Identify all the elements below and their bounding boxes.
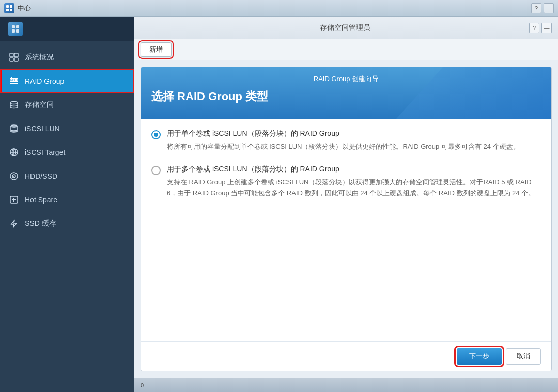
- sidebar-item-raid-group[interactable]: RAID Group: [0, 69, 134, 93]
- svg-rect-0: [6, 5, 9, 8]
- title-bar-text: 中心: [18, 4, 31, 13]
- disk-icon: [8, 170, 20, 182]
- main-layout: 系统概况 RAID Group: [0, 17, 558, 392]
- svg-rect-17: [16, 78, 17, 81]
- svg-rect-7: [16, 29, 19, 33]
- toolbar: 新增: [134, 39, 558, 60]
- app-help-button[interactable]: ?: [529, 23, 539, 33]
- svg-rect-9: [14, 53, 18, 57]
- minimize-button[interactable]: —: [544, 3, 554, 13]
- radio-option-single-volume[interactable]: 用于单个卷或 iSCSI LUN（段落分块）的 RAID Group 将所有可用…: [151, 129, 541, 152]
- svg-rect-1: [10, 5, 12, 8]
- radio-desc-multi-volume: 支持在 RAID Group 上创建多个卷或 iSCSI LUN（段落分块）以获…: [167, 177, 541, 199]
- header-controls: ? —: [529, 23, 552, 33]
- svg-rect-5: [16, 25, 19, 28]
- radio-content-multi-volume: 用于多个卷或 iSCSI LUN（段落分块）的 RAID Group 支持在 R…: [167, 165, 541, 199]
- storage-icon: [8, 99, 20, 111]
- title-bar-controls: ? —: [531, 3, 554, 13]
- sidebar-label-iscsi-lun: iSCSI LUN: [25, 124, 60, 133]
- svg-rect-14: [10, 83, 18, 84]
- dialog-wrapper: RAID Group 创建向导 选择 RAID Group 类型 用于单个卷或 …: [134, 60, 558, 378]
- svg-rect-11: [14, 58, 18, 61]
- sidebar-label-raid-group: RAID Group: [25, 77, 64, 85]
- sidebar-item-hot-spare[interactable]: Hot Spare: [0, 188, 134, 212]
- sidebar-item-hdd-ssd[interactable]: HDD/SSD: [0, 164, 134, 188]
- svg-rect-16: [13, 79, 14, 82]
- dialog-header: RAID Group 创建向导 选择 RAID Group 类型: [141, 67, 551, 119]
- add-button[interactable]: 新增: [141, 42, 172, 57]
- globe-icon: [8, 147, 20, 158]
- dialog-divider: [141, 337, 551, 337]
- svg-rect-4: [12, 25, 15, 28]
- dialog-footer: 下一步 取消: [141, 341, 551, 371]
- title-bar: 中心 ? —: [0, 0, 558, 17]
- sidebar-item-storage-space[interactable]: 存储空间: [0, 93, 134, 117]
- cancel-button[interactable]: 取消: [506, 348, 541, 365]
- app-icon: [4, 3, 14, 13]
- svg-point-28: [13, 176, 14, 177]
- sidebar-label-system-overview: 系统概况: [25, 53, 54, 62]
- svg-rect-8: [10, 53, 13, 57]
- radio-btn-multi-volume[interactable]: [151, 166, 161, 175]
- radio-content-single-volume: 用于单个卷或 iSCSI LUN（段落分块）的 RAID Group 将所有可用…: [167, 129, 520, 152]
- svg-rect-3: [10, 9, 12, 11]
- help-button[interactable]: ?: [531, 3, 541, 13]
- content-area: 存储空间管理员 ? — 新增 RAID Group 创建向导 选择 RAID G…: [134, 17, 558, 392]
- bars-icon: [8, 75, 20, 87]
- svg-marker-32: [11, 220, 17, 227]
- radio-desc-single-volume: 将所有可用的容量分配到单个卷或 iSCSI LUN（段落分块）以提供更好的性能。…: [167, 142, 520, 152]
- sidebar-label-hot-spare: Hot Spare: [25, 196, 57, 204]
- svg-rect-10: [10, 58, 13, 61]
- radio-btn-single-volume[interactable]: [151, 130, 161, 139]
- title-bar-left: 中心: [4, 3, 31, 13]
- dialog-main-title: 选择 RAID Group 类型: [151, 89, 541, 104]
- plus-box-icon: [8, 194, 20, 206]
- dialog-wizard-title: RAID Group 创建向导: [151, 74, 541, 84]
- next-button[interactable]: 下一步: [457, 348, 502, 365]
- svg-rect-6: [12, 29, 15, 33]
- radio-label-multi-volume: 用于多个卷或 iSCSI LUN（段落分块）的 RAID Group: [167, 165, 541, 174]
- app-title: 存储空间管理员: [161, 23, 529, 33]
- cylinder-icon: [8, 123, 20, 134]
- bolt-icon: [8, 218, 20, 229]
- sidebar: 系统概况 RAID Group: [0, 17, 134, 392]
- radio-option-multi-volume[interactable]: 用于多个卷或 iSCSI LUN（段落分块）的 RAID Group 支持在 R…: [151, 165, 541, 199]
- radio-label-single-volume: 用于单个卷或 iSCSI LUN（段落分块）的 RAID Group: [167, 129, 520, 138]
- sidebar-app-icon: [8, 22, 23, 36]
- sidebar-label-hdd-ssd: HDD/SSD: [25, 172, 57, 180]
- sidebar-header: [0, 17, 134, 41]
- sidebar-nav: 系统概况 RAID Group: [0, 41, 134, 392]
- svg-point-18: [10, 102, 18, 104]
- sidebar-label-ssd-cache: SSD 缓存: [25, 219, 56, 228]
- app-header: 存储空间管理员 ? —: [134, 17, 558, 39]
- svg-rect-15: [11, 77, 12, 80]
- grid-icon: [8, 52, 20, 63]
- sidebar-item-ssd-cache[interactable]: SSD 缓存: [0, 212, 134, 236]
- sidebar-item-iscsi-lun[interactable]: iSCSI LUN: [0, 117, 134, 140]
- bottom-bar: 0: [134, 378, 558, 392]
- sidebar-label-storage-space: 存储空间: [25, 100, 54, 109]
- sidebar-item-system-overview[interactable]: 系统概况: [0, 45, 134, 69]
- dialog-body: 用于单个卷或 iSCSI LUN（段落分块）的 RAID Group 将所有可用…: [141, 119, 551, 333]
- dialog: RAID Group 创建向导 选择 RAID Group 类型 用于单个卷或 …: [141, 67, 552, 371]
- app-minimize-button[interactable]: —: [541, 23, 552, 33]
- sidebar-label-iscsi-target: iSCSI Target: [25, 148, 65, 156]
- svg-rect-2: [6, 9, 9, 11]
- bottom-bar-value: 0: [141, 382, 144, 388]
- sidebar-item-iscsi-target[interactable]: iSCSI Target: [0, 140, 134, 164]
